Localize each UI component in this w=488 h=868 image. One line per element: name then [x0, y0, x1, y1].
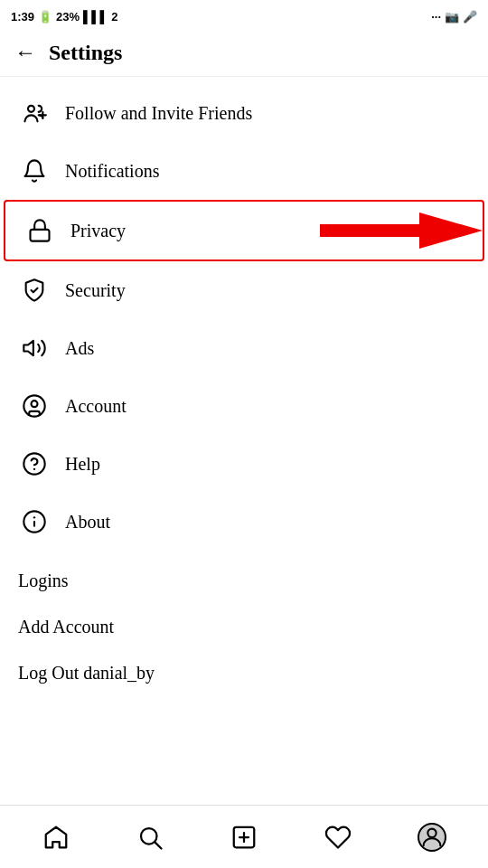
red-arrow-annotation	[302, 208, 483, 253]
mic-icon: 🎤	[463, 10, 477, 24]
follow-invite-label: Follow and Invite Friends	[65, 103, 252, 124]
menu-item-about[interactable]: About	[0, 493, 488, 551]
nav-add[interactable]	[197, 806, 291, 868]
page-title: Settings	[49, 41, 122, 65]
svg-rect-3	[31, 230, 50, 241]
bottom-nav	[0, 805, 488, 868]
search-icon	[136, 824, 164, 851]
back-button[interactable]: ←	[14, 40, 36, 65]
menu-item-follow-invite[interactable]: Follow and Invite Friends	[0, 84, 488, 142]
svg-marker-4	[320, 212, 483, 249]
add-account-item[interactable]: Add Account	[0, 604, 488, 650]
svg-point-6	[23, 395, 44, 416]
person-circle-icon	[18, 390, 51, 422]
log-out-item[interactable]: Log Out danial_by	[0, 650, 488, 696]
home-icon	[42, 824, 70, 851]
svg-line-14	[155, 842, 162, 848]
ads-label: Ads	[65, 338, 94, 359]
more-icon: ···	[431, 10, 441, 24]
privacy-label: Privacy	[70, 221, 126, 241]
status-right: ··· 📷 🎤	[431, 10, 477, 24]
svg-marker-5	[23, 341, 33, 355]
megaphone-icon	[18, 332, 51, 364]
status-bar: 1:39 🔋 23% ▌▌▌ 2 ··· 📷 🎤	[0, 0, 488, 33]
menu-item-notifications[interactable]: Notifications	[0, 142, 488, 200]
time: 1:39	[11, 10, 34, 24]
nav-search[interactable]	[103, 806, 197, 868]
menu-item-privacy[interactable]: Privacy	[4, 200, 484, 261]
menu-item-security[interactable]: Security	[0, 261, 488, 319]
security-label: Security	[65, 280, 126, 301]
nav-heart[interactable]	[291, 806, 385, 868]
svg-point-7	[32, 401, 38, 407]
about-label: About	[65, 512, 110, 533]
info-circle-icon	[18, 505, 51, 538]
account-label: Account	[65, 396, 127, 417]
person-add-icon	[18, 97, 51, 129]
menu-item-account[interactable]: Account	[0, 377, 488, 435]
signal-icons: ▌▌▌ 2	[83, 10, 117, 24]
menu-item-ads[interactable]: Ads	[0, 319, 488, 377]
bell-icon	[18, 155, 51, 187]
status-left: 1:39 🔋 23% ▌▌▌ 2	[11, 10, 118, 24]
menu-item-help[interactable]: Help	[0, 435, 488, 493]
battery-percent: 23%	[56, 10, 80, 24]
settings-header: ← Settings	[0, 33, 488, 77]
svg-point-8	[23, 453, 44, 474]
shield-check-icon	[18, 274, 51, 307]
plus-square-icon	[230, 824, 258, 851]
profile-avatar	[418, 823, 446, 852]
svg-point-18	[427, 828, 436, 836]
section-items: Logins Add Account Log Out danial_by	[0, 558, 488, 696]
settings-menu: Follow and Invite Friends Notifications …	[0, 77, 488, 558]
help-label: Help	[65, 454, 100, 475]
notifications-label: Notifications	[65, 161, 159, 182]
nav-home[interactable]	[9, 806, 103, 868]
logins-item[interactable]: Logins	[0, 558, 488, 604]
red-arrow-svg	[302, 208, 483, 253]
heart-icon	[324, 824, 352, 851]
battery-icon: 🔋	[38, 10, 52, 24]
nav-profile[interactable]	[385, 806, 479, 868]
question-circle-icon	[18, 448, 51, 480]
cam-icon: 📷	[445, 10, 459, 24]
svg-point-0	[28, 106, 34, 112]
lock-icon	[23, 214, 56, 247]
